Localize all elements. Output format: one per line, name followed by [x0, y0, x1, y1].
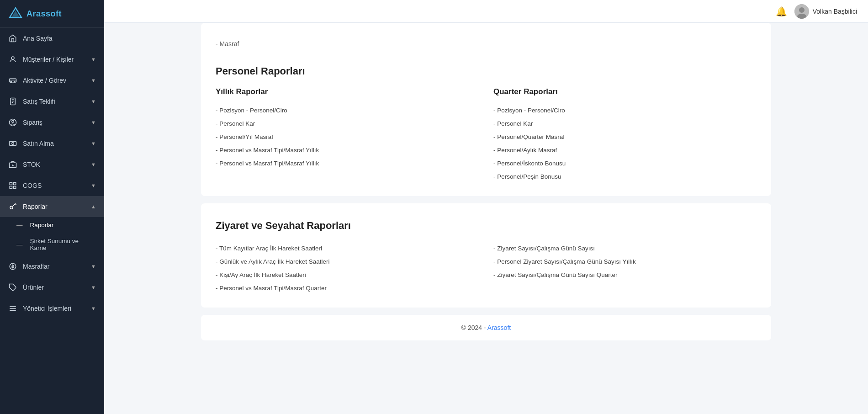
sidebar-item-yonetici[interactable]: Yönetici İşlemleri ▼ [0, 298, 104, 319]
sidebar-item-satin-alma[interactable]: Satın Alma ▼ [0, 133, 104, 154]
avatar [794, 4, 809, 19]
ziyaret-right-col: Ziyaret Sayısı/Çalışma Günü Sayısı Perso… [493, 242, 757, 295]
sidebar-item-satis-teklifi[interactable]: Satış Teklifi ▼ [0, 91, 104, 112]
list-item[interactable]: Personel/Peşin Bonusu [493, 170, 757, 183]
list-item[interactable]: Personel/Quarter Masraf [493, 130, 757, 143]
list-item[interactable]: Personel Ziyaret Sayısı/Çalışma Günü Say… [493, 255, 757, 268]
svg-point-11 [12, 121, 14, 123]
home-icon [8, 34, 17, 43]
header: 🔔 Volkan Başbilici [104, 0, 868, 23]
car-icon [8, 76, 17, 85]
sidebar-item-label: Yönetici İşlemleri [23, 305, 85, 312]
svg-rect-19 [10, 186, 12, 189]
personel-section-title: Personel Raporları [216, 65, 757, 77]
list-item[interactable]: Ziyaret Sayısı/Çalışma Günü Sayısı [493, 242, 757, 255]
yillik-title: Yıllık Raporlar [216, 87, 479, 96]
key-icon [8, 202, 17, 211]
chevron-down-icon: ▼ [91, 162, 96, 167]
ziyaret-section-card: Ziyaret ve Seyahat Raporları Tüm Kayıtla… [201, 203, 771, 308]
sidebar-item-masraflar[interactable]: Masraflar ▼ [0, 256, 104, 277]
list-item[interactable]: Pozisyon - Personel/Ciro [216, 104, 479, 117]
list-item[interactable]: Personel vs Masraf Tipi/Masraf Quarter [216, 281, 479, 295]
masraf-top-card: - Masraf Personel Raporları Yıllık Rapor… [201, 23, 771, 196]
svg-point-21 [10, 206, 13, 209]
ziyaret-section-title: Ziyaret ve Seyahat Raporları [216, 220, 757, 232]
sidebar-item-label: Satın Alma [23, 140, 85, 147]
sidebar-item-stok[interactable]: STOK ▼ [0, 154, 104, 175]
personel-two-col: Yıllık Raporlar Pozisyon - Personel/Ciro… [216, 87, 757, 183]
list-item[interactable]: Günlük ve Aylık Araç İlk Hareket Saatler… [216, 255, 479, 268]
list-item[interactable]: Pozisyon - Personel/Ciro [493, 104, 757, 117]
sidebar-sub-item-label: Şirket Sunumu ve Karne [30, 238, 96, 251]
main-content: - Masraf Personel Raporları Yıllık Rapor… [104, 23, 868, 414]
quarter-title: Quarter Raporları [493, 87, 757, 96]
list-item[interactable]: Tüm Kayıtlar Araç İlk Hareket Saatleri [216, 242, 479, 255]
list-item[interactable]: Personel Kar [216, 117, 479, 130]
yillik-col: Yıllık Raporlar Pozisyon - Personel/Ciro… [216, 87, 479, 183]
username-label: Volkan Başbilici [813, 8, 857, 15]
tag-icon [8, 283, 17, 292]
svg-point-31 [799, 7, 804, 13]
chevron-down-icon: ▼ [91, 183, 96, 188]
list-item[interactable]: Personel/İskonto Bonusu [493, 157, 757, 170]
sidebar-item-siparis[interactable]: Sipariş ▼ [0, 112, 104, 133]
sidebar-nav: Ana Sayfa Müşteriler / Kişiler ▼ Aktivit… [0, 28, 104, 414]
sidebar-item-musteriler[interactable]: Müşteriler / Kişiler ▼ [0, 49, 104, 70]
logo-icon [8, 6, 23, 21]
brand-name: Arassoft [26, 9, 62, 19]
chevron-down-icon: ▼ [91, 141, 96, 146]
sidebar-item-label: Ana Sayfa [23, 35, 96, 42]
list-item[interactable]: Kişi/Ay Araç İlk Hareket Saatleri [216, 268, 479, 281]
sidebar-item-label: Raporlar [23, 203, 85, 210]
list-item[interactable]: Personel/Yıl Masraf [216, 130, 479, 143]
svg-rect-17 [10, 182, 12, 185]
sidebar-item-label: Ürünler [23, 284, 85, 291]
svg-rect-12 [10, 142, 16, 146]
masraf-line: - Masraf [216, 36, 757, 56]
cash-icon [8, 139, 17, 148]
list-icon [8, 304, 17, 313]
chevron-down-icon: ▲ [91, 204, 96, 209]
svg-rect-20 [14, 186, 16, 189]
chevron-down-icon: ▼ [91, 78, 96, 83]
person-icon [8, 55, 17, 64]
chevron-down-icon: ▼ [91, 306, 96, 311]
footer-link[interactable]: Arassoft [487, 324, 511, 331]
sidebar: Arassoft Ana Sayfa Müşteriler / Kişiler … [0, 0, 104, 414]
sidebar-sub-item-sirket-sunumu[interactable]: — Şirket Sunumu ve Karne [0, 233, 104, 256]
sidebar-item-aktivite[interactable]: Aktivite / Görev ▼ [0, 70, 104, 91]
list-item[interactable]: Personel vs Masraf Tipi/Masraf Yıllık [216, 157, 479, 170]
svg-rect-18 [14, 182, 16, 185]
sidebar-item-label: STOK [23, 161, 85, 168]
chevron-down-icon: ▼ [91, 264, 96, 269]
chevron-down-icon: ▼ [91, 285, 96, 290]
sidebar-item-urunler[interactable]: Ürünler ▼ [0, 277, 104, 298]
notification-bell-icon[interactable]: 🔔 [776, 6, 787, 17]
ziyaret-two-col: Tüm Kayıtlar Araç İlk Hareket Saatleri G… [216, 242, 757, 295]
list-item[interactable]: Personel/Aylık Masraf [493, 143, 757, 157]
ziyaret-left-col: Tüm Kayıtlar Araç İlk Hareket Saatleri G… [216, 242, 479, 295]
chevron-down-icon: ▼ [91, 120, 96, 125]
sidebar-item-cogs[interactable]: COGS ▼ [0, 175, 104, 196]
svg-point-2 [11, 57, 14, 59]
sidebar-item-raporlar[interactable]: Raporlar ▲ [0, 196, 104, 217]
list-item[interactable]: Personel Kar [493, 117, 757, 130]
sidebar-item-label: COGS [23, 182, 85, 189]
svg-line-24 [14, 204, 15, 205]
chevron-down-icon: ▼ [91, 99, 96, 104]
quarter-col: Quarter Raporları Pozisyon - Personel/Ci… [493, 87, 757, 183]
grid-icon [8, 181, 17, 190]
sidebar-item-ana-sayfa[interactable]: Ana Sayfa [0, 28, 104, 49]
chevron-down-icon: ▼ [91, 57, 96, 62]
sidebar-sub-item-label: Raporlar [30, 222, 54, 228]
sidebar-item-label: Aktivite / Görev [23, 77, 85, 84]
list-item[interactable]: Ziyaret Sayısı/Çalışma Günü Sayısı Quart… [493, 268, 757, 281]
svg-line-23 [15, 204, 16, 205]
sidebar-sub-item-raporlar[interactable]: — Raporlar [0, 217, 104, 233]
document-icon [8, 97, 17, 106]
sidebar-item-label: Masraflar [23, 263, 85, 270]
footer-copyright: © 2024 - [461, 324, 487, 331]
list-item[interactable]: Personel vs Masraf Tipi/Masraf Yıllık [216, 143, 479, 157]
user-menu[interactable]: Volkan Başbilici [794, 4, 857, 19]
sidebar-logo[interactable]: Arassoft [0, 0, 104, 28]
